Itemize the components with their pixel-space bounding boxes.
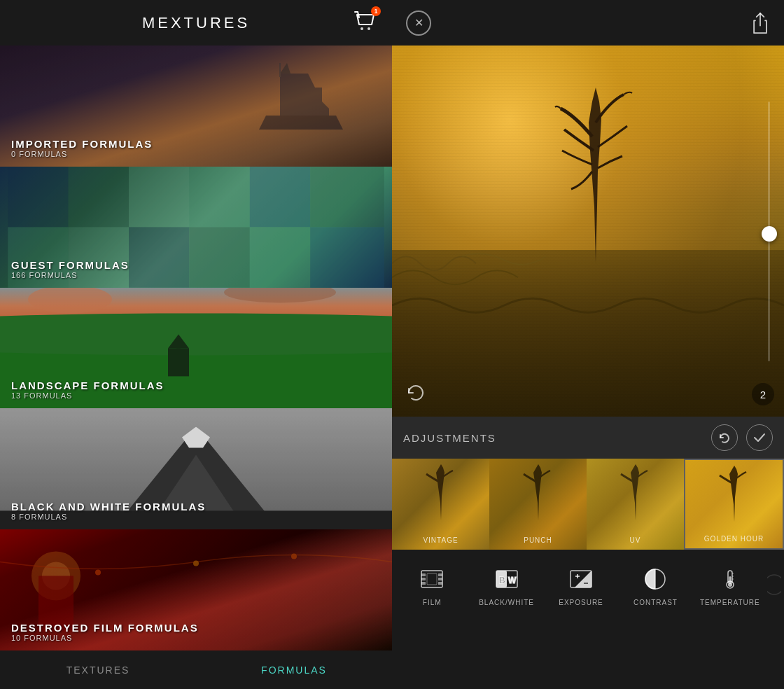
formula-title-guest: GUEST FORMULAS (11, 259, 130, 271)
svg-point-1 (368, 27, 370, 30)
right-panel: ✕ (392, 0, 784, 689)
formula-info-bw: BLACK AND WHITE FORMULAS 8 FORMULAS (11, 501, 206, 521)
filter-label-vintage: VINTAGE (392, 536, 489, 544)
formula-item-guest[interactable]: GUEST FORMULAS 166 FORMULAS (0, 167, 392, 288)
formula-info-destroyed: DESTROYED FILM FORMULAS 10 FORMULAS (11, 622, 199, 642)
filter-item-uv[interactable]: UV (587, 459, 684, 550)
tool-film[interactable]: FILM (395, 564, 469, 606)
cart-icon: 1 (353, 9, 378, 37)
formula-info-guest: GUEST FORMULAS 166 FORMULAS (11, 259, 130, 279)
filter-label-punch: PUNCH (489, 536, 587, 544)
reset-button[interactable] (403, 380, 428, 405)
temperature-icon (718, 566, 743, 592)
formula-count-guest: 166 FORMULAS (11, 271, 130, 279)
tool-more (767, 569, 781, 600)
svg-rect-35 (421, 573, 426, 576)
cart-badge: 1 (371, 6, 381, 16)
adjustment-controls (711, 424, 773, 451)
filter-label-golden-hour: GOLDEN HOUR (685, 535, 783, 543)
svg-rect-38 (438, 573, 442, 576)
tool-film-label: FILM (423, 599, 442, 606)
film-icon (419, 566, 444, 592)
grass-svg (392, 250, 784, 417)
reset-icon (405, 382, 427, 404)
tool-contrast-label: CONTRAST (634, 599, 678, 606)
formula-count-bw: 8 FORMULAS (11, 513, 206, 521)
slider-thumb[interactable] (762, 226, 777, 242)
formula-list: IMPORTED FORMULAS 0 FORMULAS (0, 46, 392, 650)
formula-item-landscape[interactable]: LANDSCAPE FORMULAS 13 FORMULAS (0, 288, 392, 409)
formula-count-landscape: 13 FORMULAS (11, 391, 164, 400)
confirm-button[interactable] (746, 424, 773, 451)
temperature-icon-wrap (715, 564, 746, 594)
tools-row: FILM B W BLACK/WHITE (392, 550, 784, 620)
exposure-icon-wrap (566, 564, 596, 594)
formula-title-destroyed: DESTROYED FILM FORMULAS (11, 622, 199, 634)
tool-exposure[interactable]: EXPOSURE (544, 564, 618, 606)
svg-text:W: W (508, 576, 517, 585)
svg-point-0 (360, 27, 363, 30)
bw-icon: B W (494, 566, 519, 592)
svg-point-54 (728, 583, 732, 587)
grass-area (392, 250, 784, 417)
tool-temperature-label: TEMPERATURE (700, 599, 760, 606)
svg-rect-41 (427, 573, 437, 585)
svg-rect-40 (438, 582, 442, 585)
svg-rect-37 (421, 582, 426, 585)
formula-title-bw: BLACK AND WHITE FORMULAS (11, 501, 206, 513)
share-button[interactable] (750, 12, 770, 34)
formula-title-imported: IMPORTED FORMULAS (11, 138, 153, 150)
contrast-icon-wrap (640, 564, 671, 594)
step-counter: 2 (752, 383, 774, 405)
close-button[interactable]: ✕ (406, 11, 431, 36)
filter-row: VINTAGE PUNCH UV (392, 459, 784, 550)
svg-rect-39 (438, 578, 442, 580)
undo-icon (717, 430, 732, 445)
tool-temperature[interactable]: TEMPERATURE (693, 564, 767, 606)
undo-button[interactable] (711, 424, 738, 451)
share-icon (750, 12, 770, 34)
formula-title-landscape: LANDSCAPE FORMULAS (11, 380, 164, 391)
svg-text:B: B (499, 576, 505, 585)
tool-bw-label: BLACK/WHITE (479, 599, 534, 606)
formula-count-imported: 0 FORMULAS (11, 150, 153, 158)
tab-textures[interactable]: TEXTURES (0, 653, 196, 687)
svg-rect-52 (729, 576, 731, 583)
left-footer: TEXTURES FORMULAS (0, 650, 392, 689)
confirm-icon (752, 430, 767, 445)
left-header: MEXTURES 1 (0, 0, 392, 46)
film-icon-wrap (416, 564, 447, 594)
filter-label-uv: UV (587, 536, 684, 544)
svg-rect-36 (421, 578, 426, 580)
more-icon (767, 569, 781, 600)
contrast-icon (643, 566, 668, 592)
cart-button[interactable]: 1 (353, 9, 378, 37)
filter-item-golden-hour[interactable]: GOLDEN HOUR (684, 459, 784, 550)
right-header: ✕ (392, 0, 784, 46)
filter-item-punch[interactable]: PUNCH (489, 459, 587, 550)
main-image-background (392, 46, 784, 417)
tool-exposure-label: EXPOSURE (559, 599, 603, 606)
formula-item-imported[interactable]: IMPORTED FORMULAS 0 FORMULAS (0, 46, 392, 167)
close-icon: ✕ (414, 18, 424, 29)
formula-count-destroyed: 10 FORMULAS (11, 634, 199, 642)
app-title: MEXTURES (142, 14, 250, 32)
tab-formulas[interactable]: FORMULAS (196, 653, 392, 687)
formula-info-landscape: LANDSCAPE FORMULAS 13 FORMULAS (11, 380, 164, 400)
adjustments-bar: ADJUSTMENTS (392, 417, 784, 459)
main-image-area: 2 (392, 46, 784, 417)
exposure-icon (568, 566, 594, 592)
adjustments-label: ADJUSTMENTS (403, 432, 496, 444)
formula-item-destroyed[interactable]: DESTROYED FILM FORMULAS 10 FORMULAS (0, 529, 392, 650)
filter-item-vintage[interactable]: VINTAGE (392, 459, 489, 550)
tool-contrast[interactable]: CONTRAST (618, 564, 692, 606)
tree-silhouette (554, 81, 638, 263)
slider-track (768, 102, 770, 361)
bw-icon-wrap: B W (491, 564, 522, 594)
left-panel: MEXTURES 1 (0, 0, 392, 689)
tool-black-white[interactable]: B W BLACK/WHITE (469, 564, 543, 606)
svg-point-58 (767, 575, 781, 594)
formula-item-bw[interactable]: BLACK AND WHITE FORMULAS 8 FORMULAS (0, 408, 392, 529)
formula-info-imported: IMPORTED FORMULAS 0 FORMULAS (11, 138, 153, 158)
